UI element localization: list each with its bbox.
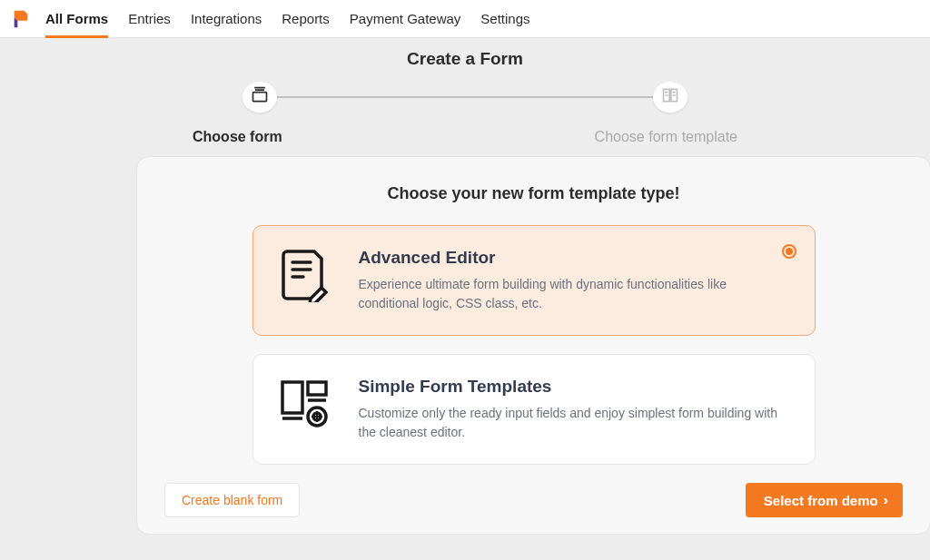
stepper — [242, 82, 688, 113]
step-choose-template[interactable] — [653, 82, 688, 113]
option-advanced-editor[interactable]: Advanced Editor Experience ultimate form… — [252, 225, 816, 336]
create-blank-form-button[interactable]: Create blank form — [164, 483, 300, 517]
radio-selected-icon — [782, 244, 796, 259]
nav-integrations[interactable]: Integrations — [191, 0, 262, 37]
nav-reports[interactable]: Reports — [282, 0, 330, 37]
simple-templates-icon — [279, 377, 330, 431]
actions: Create blank form Select from demo ›› — [164, 483, 903, 517]
page-title: Create a Form — [0, 49, 930, 69]
option-simple-templates[interactable]: Simple Form Templates Customize only the… — [252, 354, 816, 465]
option-desc: Customize only the ready input fields an… — [359, 404, 789, 442]
step1-label: Choose form — [193, 129, 282, 145]
option-title: Simple Form Templates — [359, 377, 789, 397]
nav-payment-gateway[interactable]: Payment Gateway — [350, 0, 461, 37]
advanced-editor-icon — [279, 248, 330, 302]
option-body: Advanced Editor Experience ultimate form… — [359, 248, 789, 313]
nav-all-forms[interactable]: All Forms — [45, 0, 108, 37]
stepper-line — [261, 96, 669, 98]
option-title: Advanced Editor — [359, 248, 789, 268]
step2-label: Choose form template — [595, 129, 737, 145]
svg-rect-3 — [282, 382, 302, 413]
nav-entries[interactable]: Entries — [128, 0, 171, 37]
step-choose-form[interactable] — [242, 82, 277, 113]
svg-rect-0 — [253, 93, 267, 102]
option-body: Simple Form Templates Customize only the… — [359, 377, 789, 442]
form-icon — [251, 86, 269, 108]
panel-title: Choose your new form template type! — [164, 184, 903, 203]
step-labels: Choose form Choose form template — [183, 129, 747, 145]
main-nav: All Forms Entries Integrations Reports P… — [45, 0, 530, 37]
header: All Forms Entries Integrations Reports P… — [0, 0, 930, 38]
logo-icon — [11, 9, 31, 29]
chevron-right-icon: ›› — [884, 493, 885, 507]
content: Create a Form Choose form Choose form — [0, 38, 930, 535]
template-icon — [661, 86, 679, 108]
form-type-panel: Choose your new form template type! Adva… — [136, 156, 930, 535]
option-desc: Experience ultimate form building with d… — [359, 275, 789, 313]
select-from-demo-button[interactable]: Select from demo ›› — [746, 483, 903, 517]
nav-settings[interactable]: Settings — [480, 0, 529, 37]
svg-rect-4 — [308, 382, 326, 395]
